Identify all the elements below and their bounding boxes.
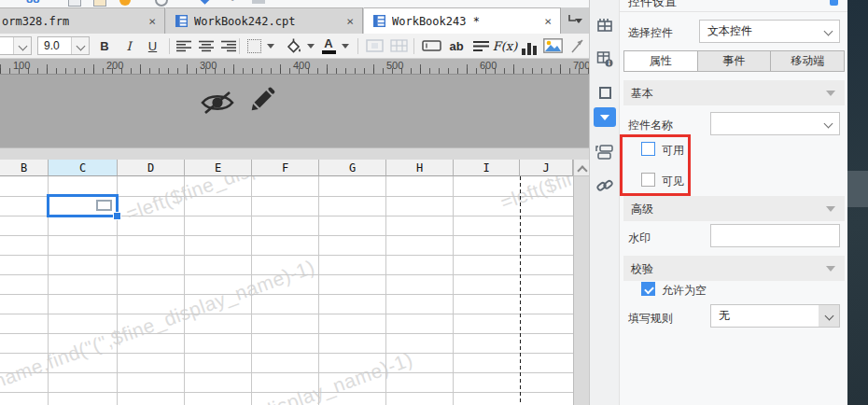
hyperlink-icon[interactable] [595, 175, 615, 196]
allow-empty-checkbox[interactable] [641, 282, 655, 296]
tab-workbook243-active[interactable]: WorkBook243 * × [364, 7, 561, 34]
section-advanced[interactable]: 高级 [623, 196, 845, 221]
selected-cell-c2[interactable] [47, 194, 119, 217]
report-grid[interactable]: =left($fine_display_name,find("(",$fine_… [0, 160, 589, 405]
cell-element-icon[interactable]: i [595, 49, 615, 69]
column-header-G[interactable]: G [319, 160, 386, 176]
align-center-button[interactable] [198, 36, 215, 55]
page-break-line [520, 176, 521, 405]
tab-form328[interactable]: orm328.frm × [0, 7, 165, 34]
font-size-combo[interactable]: 9.0 [37, 36, 90, 55]
textfield-widget-button[interactable] [420, 36, 442, 55]
grid-column-line [184, 176, 185, 405]
text-widget-button[interactable]: ab [446, 36, 467, 55]
scrollbar-thumb[interactable] [847, 171, 868, 207]
text-widget-indicator [96, 200, 112, 211]
tab-events[interactable]: 事件 [698, 51, 772, 71]
grid-row-line [0, 372, 573, 373]
ruler-mark: 300 [200, 60, 217, 71]
ruler-mark: 200 [106, 60, 123, 71]
grid-column-line [251, 176, 252, 405]
close-icon[interactable]: × [346, 15, 354, 27]
connect-icon[interactable]: 88 [26, 0, 39, 6]
widget-settings-icon-active[interactable] [594, 107, 616, 127]
brush-icon[interactable] [119, 0, 131, 6]
align-left-button[interactable] [175, 36, 192, 55]
select-widget-value: 文本控件 [707, 24, 752, 37]
section-validation[interactable]: 校验 [623, 256, 845, 281]
copy-icon[interactable] [93, 0, 106, 7]
merge-cell-button-disabled [364, 36, 385, 55]
chevron-down-icon[interactable] [13, 37, 31, 54]
column-header-B[interactable]: B [0, 160, 49, 176]
fill-handle[interactable] [113, 212, 121, 220]
forward-icon[interactable]: ➔ [227, 0, 236, 5]
anchor-icon[interactable] [199, 0, 211, 5]
image-button[interactable] [541, 36, 564, 55]
paste-icon[interactable] [68, 0, 81, 7]
preview-icon[interactable] [252, 0, 265, 4]
chevron-down-icon[interactable] [71, 37, 89, 54]
italic-button[interactable]: I [121, 36, 136, 55]
column-header-J[interactable]: J [520, 160, 573, 176]
section-basic[interactable]: 基本 [623, 80, 845, 105]
ruler-mark: 400 [293, 60, 310, 71]
watermark-input[interactable] [710, 224, 840, 247]
formula-button[interactable]: F(x) [493, 36, 517, 55]
panel-icon-strip: i [590, 0, 620, 405]
finereport-designer-window: 88 ➔ orm328.frm × WorkBook242.cpt × Work… [0, 0, 868, 405]
column-header-I[interactable]: I [454, 160, 520, 176]
column-header-C[interactable]: C [49, 160, 118, 176]
multiline-text-button[interactable] [471, 36, 490, 55]
chevron-down-icon [824, 27, 833, 36]
grid-column-line [385, 176, 386, 405]
grid-row-line [0, 255, 573, 256]
grid-vertical-scrollbar[interactable] [573, 160, 589, 405]
column-header-H[interactable]: H [386, 160, 454, 176]
widget-name-label: 控件名称 [628, 118, 673, 133]
fill-rule-dropdown[interactable]: 无 [710, 304, 840, 328]
bold-button[interactable]: B [96, 36, 113, 55]
cell-attributes-icon[interactable] [595, 15, 615, 35]
ruler-mark: 500 [386, 60, 403, 71]
float-element-icon[interactable] [595, 82, 615, 103]
close-icon[interactable]: × [544, 15, 552, 27]
cursor-select-button[interactable] [567, 36, 586, 55]
tab-label: WorkBook243 * [392, 15, 480, 28]
tab-properties[interactable]: 属性 [624, 51, 698, 71]
close-icon[interactable]: × [148, 15, 156, 27]
column-header-E[interactable]: E [185, 160, 252, 176]
ruler-mark: 700 [573, 60, 590, 71]
collapse-arrow-icon [826, 266, 835, 272]
fill-color-dropdown-arrow[interactable] [307, 44, 315, 49]
tab-mobile[interactable]: 移动端 [771, 51, 844, 71]
search-icon[interactable] [155, 0, 168, 7]
select-widget-dropdown[interactable]: 文本控件 [699, 20, 840, 43]
align-right-button[interactable] [220, 36, 237, 55]
panel-pin-icon[interactable] [830, 0, 838, 6]
column-header-D[interactable]: D [118, 160, 185, 176]
tab-label: orm328.frm [2, 15, 69, 28]
scroll-up-button[interactable] [574, 160, 589, 176]
tab-label: WorkBook242.cpt [194, 15, 295, 28]
panel-title: 控件设置 [628, 0, 677, 10]
grid-row-line [0, 314, 573, 314]
column-header-F[interactable]: F [252, 160, 319, 176]
border-picker-button[interactable] [245, 36, 263, 55]
font-color-dropdown-arrow[interactable] [342, 44, 349, 49]
svg-text:i: i [608, 60, 609, 67]
workbook-icon [175, 15, 188, 27]
select-widget-label: 选择控件 [628, 25, 673, 41]
font-color-button[interactable]: A [319, 36, 338, 55]
widget-name-dropdown[interactable] [710, 112, 840, 135]
tab-workbook242[interactable]: WorkBook242.cpt × [166, 7, 363, 34]
grid-row-line [0, 353, 573, 354]
condition-attributes-icon[interactable] [595, 142, 615, 162]
fill-color-button[interactable] [283, 36, 303, 55]
tab-list-icon[interactable] [567, 14, 584, 27]
underline-button[interactable]: U [145, 36, 161, 55]
red-annotation-box [620, 134, 691, 196]
font-family-combo[interactable] [0, 36, 32, 55]
chart-button[interactable] [521, 36, 538, 55]
border-dropdown-arrow[interactable] [267, 44, 274, 49]
